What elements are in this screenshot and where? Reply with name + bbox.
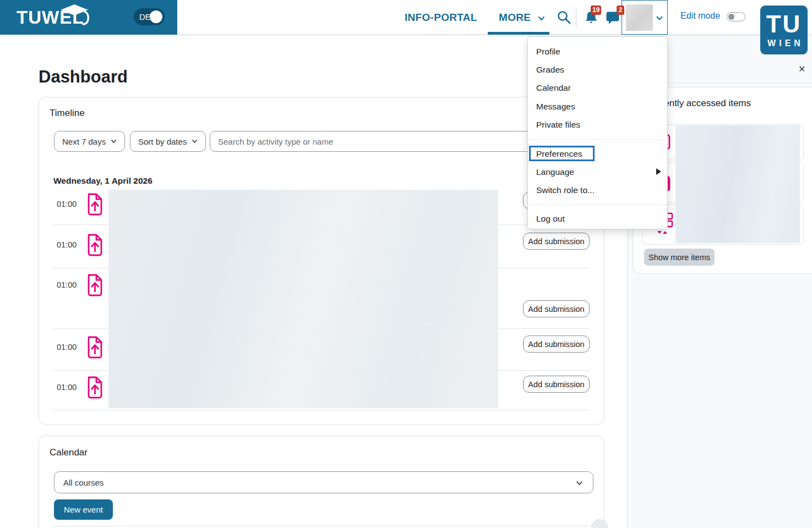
menu-item-private-files[interactable]: Private files bbox=[536, 120, 657, 132]
chevron-down-icon bbox=[538, 16, 545, 21]
timeline-day-filter[interactable]: Next 7 days bbox=[54, 131, 125, 152]
nav-more[interactable]: MORE bbox=[499, 0, 545, 35]
chevron-down-icon bbox=[656, 15, 663, 21]
calendar-heading: Calendar bbox=[50, 447, 88, 458]
assignment-upload-icon bbox=[84, 193, 104, 217]
tu-wien-logo-tu: TU bbox=[766, 12, 802, 37]
edit-mode-label: Edit mode bbox=[680, 11, 720, 21]
new-event-button[interactable]: New event bbox=[54, 499, 113, 520]
menu-item-language[interactable]: Language bbox=[536, 167, 657, 179]
graduation-cap-icon bbox=[59, 1, 91, 25]
nav-more-active-indicator bbox=[488, 32, 549, 35]
edit-mode-toggle[interactable] bbox=[727, 12, 745, 21]
timeline-sort-filter-value: Sort by dates bbox=[138, 137, 187, 146]
submenu-caret-right-icon bbox=[656, 168, 661, 175]
menu-item-switch-role[interactable]: Switch role to... bbox=[536, 185, 657, 197]
add-submission-button[interactable]: Add submission bbox=[523, 336, 590, 353]
language-toggle-label: DE bbox=[139, 12, 151, 21]
divider bbox=[53, 410, 589, 410]
menu-item-messages[interactable]: Messages bbox=[536, 102, 657, 114]
edit-mode-toggle-knob bbox=[728, 14, 734, 20]
top-header: TUWEL DE INFO-PORTAL MORE 19 2 bbox=[0, 0, 812, 35]
language-toggle[interactable]: DE bbox=[134, 8, 165, 25]
timeline-day-filter-value: Next 7 days bbox=[62, 137, 106, 146]
menu-item-grades[interactable]: Grades bbox=[536, 65, 657, 77]
tuwel-logo-block: TUWEL DE bbox=[0, 0, 177, 35]
assignment-upload-icon bbox=[84, 376, 104, 400]
event-time: 01:00 bbox=[57, 343, 77, 351]
assignment-upload-icon bbox=[84, 336, 104, 360]
chevron-down-icon bbox=[192, 139, 198, 144]
calendar-course-filter[interactable]: All courses bbox=[54, 471, 593, 493]
chevron-down-icon bbox=[111, 139, 117, 144]
timeline-heading: Timeline bbox=[50, 108, 85, 119]
add-submission-button[interactable]: Add submission bbox=[523, 300, 590, 317]
search-icon[interactable] bbox=[557, 10, 571, 25]
timeline-sort-filter[interactable]: Sort by dates bbox=[130, 131, 206, 152]
calendar-course-filter-value: All courses bbox=[63, 478, 103, 487]
language-toggle-knob bbox=[150, 10, 162, 23]
menu-item-profile[interactable]: Profile bbox=[536, 47, 657, 59]
message-count-badge: 2 bbox=[617, 6, 624, 15]
add-submission-button[interactable]: Add submission bbox=[523, 233, 590, 250]
event-time: 01:00 bbox=[57, 240, 77, 249]
preferences-highlight-box bbox=[529, 146, 595, 161]
close-drawer-icon[interactable]: ✕ bbox=[798, 64, 805, 74]
menu-item-calendar[interactable]: Calendar bbox=[536, 83, 657, 95]
blurred-recent-items bbox=[675, 125, 800, 243]
chevron-down-icon bbox=[576, 481, 583, 486]
event-time: 01:00 bbox=[57, 280, 77, 289]
assignment-upload-icon bbox=[84, 273, 104, 298]
user-menu-toggle[interactable] bbox=[622, 0, 668, 35]
menu-item-log-out[interactable]: Log out bbox=[536, 214, 657, 226]
tu-wien-logo-wien: WIEN bbox=[764, 38, 804, 48]
timeline-date-header: Wednesday, 1 April 2026 bbox=[53, 176, 152, 186]
header-divider bbox=[576, 8, 576, 26]
event-time: 01:00 bbox=[57, 200, 77, 208]
menu-divider bbox=[528, 139, 667, 140]
add-submission-button[interactable]: Add submission bbox=[523, 376, 590, 393]
blurred-activity-content bbox=[108, 190, 498, 408]
divider bbox=[53, 526, 589, 526]
notification-count-badge: 19 bbox=[591, 6, 601, 15]
menu-divider bbox=[528, 205, 667, 205]
nav-more-label: MORE bbox=[499, 12, 531, 23]
tu-wien-logo: TU WIEN bbox=[760, 6, 808, 54]
nav-info-portal[interactable]: INFO-PORTAL bbox=[405, 0, 477, 35]
page-title: Dashboard bbox=[39, 67, 128, 87]
avatar bbox=[626, 4, 653, 31]
event-time: 01:00 bbox=[57, 383, 77, 392]
assignment-upload-icon bbox=[84, 233, 104, 257]
show-more-items-button[interactable]: Show more items bbox=[644, 249, 715, 266]
